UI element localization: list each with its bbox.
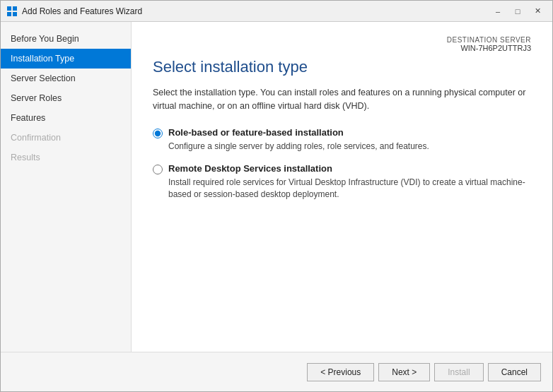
- svg-rect-1: [13, 6, 17, 11]
- option-remote-desktop-row: Remote Desktop Services installation: [153, 163, 531, 174]
- window-title: Add Roles and Features Wizard: [22, 6, 489, 16]
- sidebar-item-confirmation: Confirmation: [1, 128, 131, 148]
- sidebar-item-server-roles[interactable]: Server Roles: [1, 88, 131, 108]
- next-button[interactable]: Next >: [378, 363, 430, 381]
- sidebar-item-installation-type[interactable]: Installation Type: [1, 49, 131, 69]
- option-role-based: Role-based or feature-based installation…: [153, 127, 531, 153]
- cancel-button[interactable]: Cancel: [488, 363, 541, 381]
- svg-rect-2: [7, 12, 11, 16]
- sidebar-item-server-selection[interactable]: Server Selection: [1, 69, 131, 88]
- option-role-based-row: Role-based or feature-based installation: [153, 127, 531, 138]
- destination-server-name: WIN-7H6P2UTTRJ3: [460, 44, 531, 52]
- destination-server-label: DESTINATION SERVER: [153, 36, 531, 44]
- option-role-based-title: Role-based or feature-based installation: [168, 127, 344, 138]
- footer: < Previous Next > Install Cancel: [1, 352, 552, 391]
- option-role-based-desc: Configure a single server by adding role…: [168, 141, 531, 153]
- sidebar-item-before-you-begin[interactable]: Before You Begin: [1, 29, 131, 49]
- close-button[interactable]: ✕: [528, 4, 547, 18]
- window-controls: – □ ✕: [489, 4, 547, 18]
- main-content: DESTINATION SERVER WIN-7H6P2UTTRJ3 Selec…: [132, 22, 552, 352]
- option-remote-desktop: Remote Desktop Services installation Ins…: [153, 163, 531, 201]
- sidebar-item-features[interactable]: Features: [1, 108, 131, 128]
- app-icon: [6, 6, 18, 17]
- install-button: Install: [434, 363, 483, 381]
- radio-role-based[interactable]: [153, 129, 163, 138]
- page-title: Select installation type: [153, 58, 531, 76]
- destination-server-info: DESTINATION SERVER WIN-7H6P2UTTRJ3: [153, 36, 531, 52]
- main-window: Add Roles and Features Wizard – □ ✕ Befo…: [0, 0, 553, 392]
- content-area: Before You Begin Installation Type Serve…: [1, 22, 552, 352]
- minimize-button[interactable]: –: [489, 4, 507, 18]
- title-bar: Add Roles and Features Wizard – □ ✕: [1, 1, 552, 22]
- svg-rect-3: [13, 12, 17, 16]
- option-remote-desktop-desc: Install required role services for Virtu…: [168, 177, 531, 201]
- previous-button[interactable]: < Previous: [307, 363, 374, 381]
- radio-remote-desktop[interactable]: [153, 165, 163, 174]
- page-description: Select the installation type. You can in…: [153, 86, 531, 113]
- installation-options: Role-based or feature-based installation…: [153, 127, 531, 352]
- maximize-button[interactable]: □: [508, 4, 527, 18]
- svg-rect-0: [7, 6, 11, 11]
- sidebar: Before You Begin Installation Type Serve…: [1, 22, 132, 352]
- sidebar-item-results: Results: [1, 148, 131, 167]
- option-remote-desktop-title: Remote Desktop Services installation: [168, 163, 332, 174]
